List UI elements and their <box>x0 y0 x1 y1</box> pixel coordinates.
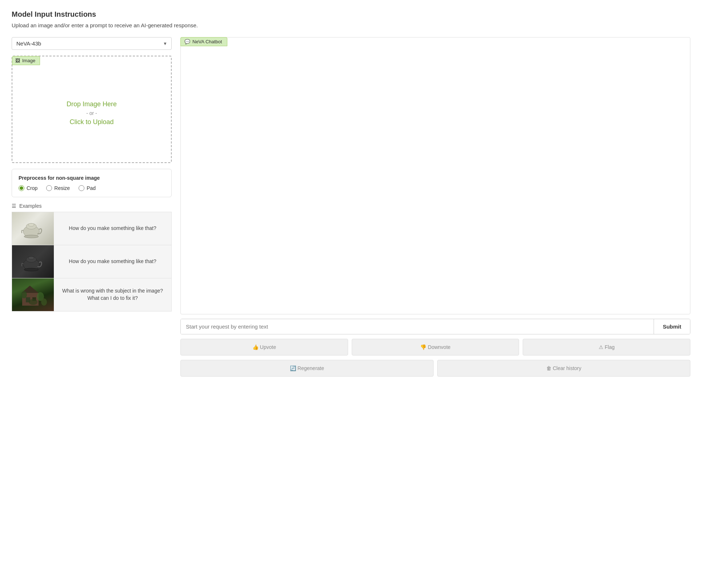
flag-button[interactable]: ⚠ Flag <box>523 339 690 355</box>
radio-pad[interactable]: Pad <box>79 185 96 191</box>
list-icon: ☰ <box>12 203 16 209</box>
radio-resize[interactable]: Resize <box>46 185 70 191</box>
image-upload-area[interactable]: 🖼 Image Drop Image Here - or - Click to … <box>12 56 172 163</box>
chatbot-body <box>181 37 690 314</box>
svg-point-15 <box>29 299 37 305</box>
radio-crop[interactable]: Crop <box>19 185 37 191</box>
action-row: 👍 Upvote 👎 Downvote ⚠ Flag <box>180 339 690 355</box>
examples-label: Examples <box>19 203 41 209</box>
chatbot-icon: 💬 <box>184 39 190 44</box>
input-row: Submit <box>180 319 690 334</box>
regenerate-button[interactable]: 🔄 Regenerate <box>180 360 434 377</box>
svg-point-7 <box>24 268 39 271</box>
radio-pad-input[interactable] <box>79 185 84 191</box>
example-thumbnail-1 <box>12 212 54 245</box>
chatbot-container: 💬 NeVA Chatbot <box>180 37 690 314</box>
clear-history-button[interactable]: 🗑 Clear history <box>437 360 690 377</box>
chatbot-tab: 💬 NeVA Chatbot <box>180 37 227 46</box>
example-thumbnail-2 <box>12 245 54 278</box>
image-tab: 🖼 Image <box>12 56 40 65</box>
left-panel: NeVA-43b NeVA-22b NeVA-7b ▼ 🖼 Image Drop… <box>12 37 172 311</box>
prompt-input[interactable] <box>181 319 654 334</box>
svg-point-13 <box>21 291 27 298</box>
upvote-button[interactable]: 👍 Upvote <box>180 339 348 355</box>
svg-point-2 <box>28 223 34 226</box>
right-panel: 💬 NeVA Chatbot Submit 👍 Upvote 👎 Downvot… <box>180 37 690 377</box>
example-text-2: How do you make something like that? <box>54 245 171 278</box>
model-select[interactable]: NeVA-43b NeVA-22b NeVA-7b <box>12 37 172 50</box>
example-item[interactable]: How do you make something like that? <box>12 212 172 245</box>
submit-button[interactable]: Submit <box>654 319 690 334</box>
click-to-upload-text: Click to Upload <box>67 118 117 126</box>
radio-group: Crop Resize Pad <box>19 185 165 191</box>
svg-point-6 <box>28 257 34 259</box>
radio-pad-label: Pad <box>87 185 96 191</box>
svg-point-16 <box>41 298 47 306</box>
bottom-row: 🔄 Regenerate 🗑 Clear history <box>180 360 690 377</box>
chatbot-tab-label: NeVA Chatbot <box>192 39 222 44</box>
page-title: Model Input Instructions <box>12 10 690 19</box>
model-select-wrapper: NeVA-43b NeVA-22b NeVA-7b ▼ <box>12 37 172 50</box>
example-item[interactable]: What is wrong with the subject in the im… <box>12 278 172 311</box>
example-thumbnail-3 <box>12 278 54 311</box>
examples-header: ☰ Examples <box>12 203 172 209</box>
example-item[interactable]: How do you make something like that? <box>12 245 172 278</box>
examples-section: ☰ Examples <box>12 203 172 311</box>
preprocess-title: Preprocess for non-square image <box>19 175 165 181</box>
drop-text: Drop Image Here <box>67 100 117 108</box>
radio-resize-input[interactable] <box>46 185 52 191</box>
downvote-button[interactable]: 👎 Downvote <box>352 339 519 355</box>
or-text: - or - <box>67 110 117 116</box>
image-icon: 🖼 <box>15 58 20 63</box>
example-text-1: How do you make something like that? <box>54 212 171 245</box>
upload-content: Drop Image Here - or - Click to Upload <box>67 100 117 126</box>
example-text-3: What is wrong with the subject in the im… <box>54 278 171 311</box>
radio-resize-label: Resize <box>54 185 70 191</box>
preprocess-box: Preprocess for non-square image Crop Res… <box>12 169 172 197</box>
svg-point-3 <box>24 235 39 238</box>
radio-crop-input[interactable] <box>19 185 24 191</box>
radio-crop-label: Crop <box>27 185 37 191</box>
page-subtitle: Upload an image and/or enter a prompt to… <box>12 22 690 28</box>
